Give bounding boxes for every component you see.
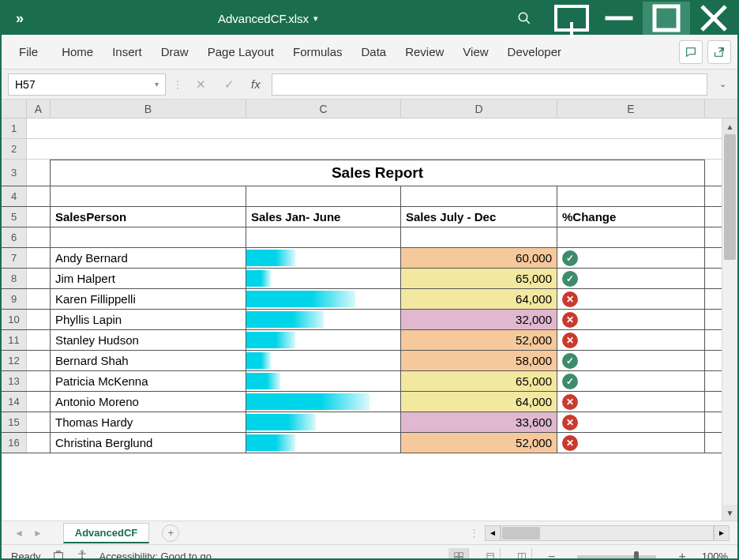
tab-file[interactable]: File: [8, 37, 52, 66]
col-header-c[interactable]: C: [246, 100, 401, 118]
sales-h1-cell[interactable]: [246, 330, 401, 350]
sales-h1-cell[interactable]: [246, 392, 401, 412]
zoom-in-button[interactable]: +: [673, 550, 690, 561]
cell[interactable]: [27, 310, 51, 329]
tab-data[interactable]: Data: [351, 37, 396, 66]
sales-h2-cell[interactable]: 60,000: [401, 248, 557, 268]
change-cell[interactable]: ✕: [557, 289, 705, 309]
select-all-button[interactable]: [2, 100, 27, 118]
row-header[interactable]: 5: [2, 207, 27, 227]
hscroll-thumb[interactable]: [502, 527, 540, 539]
scroll-right-button[interactable]: ►: [714, 525, 730, 541]
tab-insert[interactable]: Insert: [103, 37, 152, 66]
horizontal-scrollbar[interactable]: ◄ ►: [485, 525, 730, 541]
row-header[interactable]: 9: [2, 289, 27, 309]
row-header[interactable]: 2: [2, 139, 27, 159]
tab-page-layout[interactable]: Page Layout: [198, 37, 283, 66]
row-header[interactable]: 10: [2, 310, 27, 329]
share-button[interactable]: [707, 40, 731, 64]
more-commands-icon[interactable]: »: [2, 10, 36, 27]
sales-h1-cell[interactable]: [246, 412, 401, 432]
salesperson-cell[interactable]: Phyllis Lapin: [51, 310, 246, 329]
change-cell[interactable]: ✓: [557, 371, 705, 391]
row-header[interactable]: 15: [2, 412, 27, 432]
row-header[interactable]: 16: [2, 433, 27, 453]
col-header-a[interactable]: A: [27, 100, 51, 118]
insert-function-button[interactable]: fx: [246, 77, 265, 91]
scroll-up-button[interactable]: ▲: [722, 118, 737, 134]
row-header[interactable]: 12: [2, 351, 27, 370]
sales-h1-cell[interactable]: [246, 289, 401, 309]
cell[interactable]: [27, 351, 51, 370]
sales-h2-cell[interactable]: 52,000: [401, 433, 557, 453]
sales-h2-cell[interactable]: 52,000: [401, 330, 557, 350]
tab-home[interactable]: Home: [52, 37, 103, 66]
row-header[interactable]: 14: [2, 392, 27, 412]
sales-h2-cell[interactable]: 32,000: [401, 310, 557, 329]
new-sheet-button[interactable]: +: [162, 524, 179, 542]
expand-formula-bar[interactable]: ⌄: [714, 79, 731, 89]
change-cell[interactable]: ✕: [557, 330, 705, 350]
sales-h1-cell[interactable]: [246, 269, 401, 288]
sales-h1-cell[interactable]: [246, 433, 401, 453]
change-cell[interactable]: ✓: [557, 269, 705, 288]
sales-h1-cell[interactable]: [246, 248, 401, 268]
zoom-out-button[interactable]: −: [543, 550, 560, 561]
name-box[interactable]: H57 ▾: [8, 73, 166, 96]
header-salesperson[interactable]: SalesPerson: [51, 207, 246, 227]
cell[interactable]: [27, 330, 51, 350]
change-cell[interactable]: ✕: [557, 392, 705, 412]
col-header-d[interactable]: D: [401, 100, 557, 118]
sheet-nav-prev[interactable]: ◄: [9, 528, 28, 539]
sheet-nav-next[interactable]: ►: [28, 528, 47, 539]
chevron-down-icon[interactable]: ▾: [155, 80, 159, 88]
scroll-left-button[interactable]: ◄: [485, 525, 501, 541]
zoom-slider[interactable]: [577, 555, 656, 558]
workbook-title[interactable]: AdvancedCF.xlsx ▾: [218, 12, 318, 25]
cell[interactable]: [27, 289, 51, 309]
view-normal-button[interactable]: [448, 548, 469, 561]
row-header[interactable]: 1: [2, 118, 27, 138]
salesperson-cell[interactable]: Stanley Hudson: [51, 330, 246, 350]
header-sales-h1[interactable]: Sales Jan- June: [246, 207, 401, 227]
row-header[interactable]: 7: [2, 248, 27, 268]
change-cell[interactable]: ✕: [557, 310, 705, 329]
cell[interactable]: [27, 248, 51, 268]
tab-view[interactable]: View: [453, 37, 497, 66]
tab-developer[interactable]: Developer: [498, 37, 571, 66]
change-cell[interactable]: ✓: [557, 248, 705, 268]
search-button[interactable]: [501, 2, 548, 35]
col-header-e[interactable]: E: [557, 100, 705, 118]
row-header[interactable]: 8: [2, 269, 27, 288]
vertical-scrollbar[interactable]: ▲ ▼: [722, 118, 737, 521]
zoom-level[interactable]: 100%: [702, 551, 728, 560]
report-title-cell[interactable]: Sales Report: [51, 160, 705, 186]
scroll-thumb[interactable]: [724, 134, 736, 260]
sales-h1-cell[interactable]: [246, 351, 401, 370]
sales-h2-cell[interactable]: 64,000: [401, 289, 557, 309]
change-cell[interactable]: ✓: [557, 351, 705, 370]
comments-button[interactable]: [679, 40, 703, 64]
view-page-break-button[interactable]: [512, 548, 532, 561]
minimize-button[interactable]: [595, 2, 643, 35]
close-button[interactable]: [690, 2, 737, 35]
cell[interactable]: [27, 412, 51, 432]
accessibility-status[interactable]: Accessibility: Good to go: [99, 551, 212, 560]
row-header[interactable]: 13: [2, 371, 27, 391]
cell[interactable]: [27, 269, 51, 288]
col-header-b[interactable]: B: [51, 100, 246, 118]
scroll-track[interactable]: [722, 134, 737, 505]
salesperson-cell[interactable]: Bernard Shah: [51, 351, 246, 370]
header-sales-h2[interactable]: Sales July - Dec: [401, 207, 557, 227]
salesperson-cell[interactable]: Andy Bernard: [51, 248, 246, 268]
row-header[interactable]: 6: [2, 227, 27, 247]
tab-review[interactable]: Review: [396, 37, 453, 66]
scroll-down-button[interactable]: ▼: [722, 505, 737, 521]
salesperson-cell[interactable]: Karen Fillippelli: [51, 289, 246, 309]
row-header[interactable]: 3: [2, 160, 27, 186]
tab-formulas[interactable]: Formulas: [283, 37, 352, 66]
salesperson-cell[interactable]: Jim Halpert: [51, 269, 246, 288]
sales-h2-cell[interactable]: 65,000: [401, 371, 557, 391]
splitter-grip[interactable]: ⋮: [463, 527, 485, 539]
row-header[interactable]: 4: [2, 186, 27, 206]
